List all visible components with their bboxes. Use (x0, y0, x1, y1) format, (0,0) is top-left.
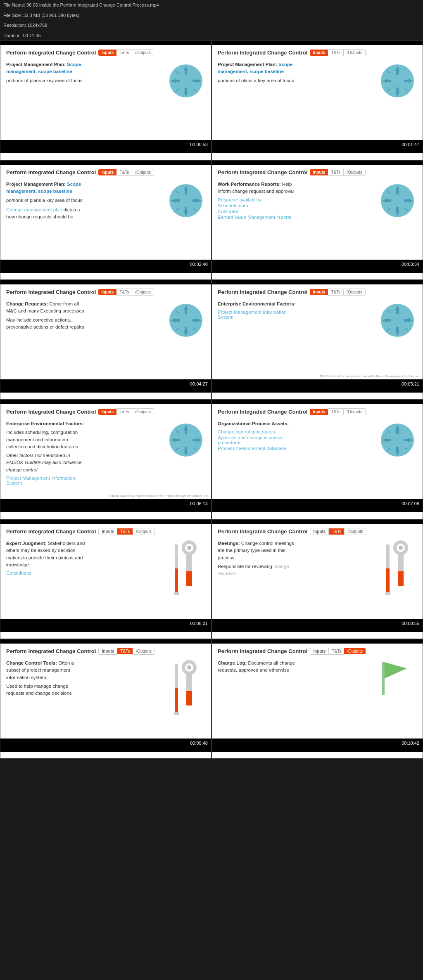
badge-tts: T&Ts (329, 648, 344, 655)
header-bar: Perform Integrated Change Control Inputs… (6, 49, 205, 56)
svg-rect-110 (174, 592, 179, 595)
svg-rect-4 (185, 88, 187, 92)
black-bar-top (0, 520, 211, 524)
badge-inputs: Inputs (98, 528, 117, 535)
main-text: Enterprise Environmental Factors: (6, 420, 87, 427)
svg-point-119 (399, 546, 403, 550)
svg-rect-97 (386, 439, 391, 441)
svg-rect-107 (186, 573, 192, 586)
pmbok-note: PMBOK Guide® is a registered mark of the… (320, 375, 420, 378)
timestamp: 00:10:42 (402, 741, 419, 746)
badge-inputs: Inputs (98, 289, 116, 295)
flag-diagram (378, 660, 419, 701)
black-bar-top (0, 639, 211, 644)
black-bar-top (0, 280, 211, 284)
timestamp-bar: 00:10:42 (212, 739, 423, 748)
badge-inputs: Inputs (310, 50, 328, 56)
black-bar-bottom (212, 269, 423, 273)
tools-diagram (378, 540, 419, 606)
circle-diagram (166, 301, 208, 342)
header-bar: Perform Integrated Change Control Inputs… (6, 408, 205, 415)
main-text: Organizational Process Assets: (218, 420, 298, 427)
black-bar-top (212, 161, 423, 165)
timestamp: 00:06:14 (190, 501, 208, 506)
main-text: Project Management Plan: Scope managemen… (218, 61, 298, 76)
svg-rect-17 (396, 88, 399, 92)
timestamp-bar: 00:01:47 (212, 140, 423, 149)
circle-diagram (378, 181, 419, 223)
circle-diagram (166, 62, 208, 103)
file-info-line2: File Size: 32,3 MB (33 951 390 bytes) (0, 10, 423, 21)
video-cell-9: Perform Integrated Change Control Inputs… (0, 519, 212, 639)
badge-inputs: Inputs (310, 648, 329, 655)
content-area: Perform Integrated Change Control Inputs… (0, 284, 211, 379)
svg-rect-47 (404, 199, 409, 202)
svg-rect-34 (192, 199, 197, 202)
svg-rect-69 (396, 327, 399, 332)
badge-tts: T&Ts (328, 49, 343, 56)
svg-rect-41 (396, 189, 399, 194)
video-cell-10: Perform Integrated Change Control Inputs… (212, 519, 423, 639)
header-bar: Perform Integrated Change Control Inputs… (218, 49, 417, 56)
process-title: Perform Integrated Change Control (6, 648, 96, 654)
video-grid: Perform Integrated Change Control Inputs… (0, 40, 423, 759)
timestamp: 00:00:53 (190, 142, 208, 147)
content-area: Perform Integrated Change Control Inputs… (212, 404, 423, 499)
badge-tts: T&Ts (116, 169, 132, 176)
timestamp: 00:02:40 (190, 262, 208, 267)
list-item: Project Management Information System (218, 309, 298, 320)
header-bar: Perform Integrated Change Control Inputs… (218, 528, 417, 535)
black-bar-top (212, 280, 423, 284)
video-cell-3: Perform Integrated Change Control Inputs… (0, 160, 212, 280)
timestamp: 00:09:48 (190, 741, 208, 746)
timestamp-bar: 00:06:14 (0, 499, 211, 508)
video-cell-2: Perform Integrated Change Control Inputs… (212, 40, 423, 160)
badge-tts: T&Ts (117, 648, 133, 654)
timestamp-bar: 00:08:01 (0, 619, 211, 628)
svg-rect-93 (396, 429, 399, 434)
black-bar-bottom (212, 388, 423, 393)
svg-rect-21 (404, 80, 409, 82)
timestamp-bar: 00:08:55 (212, 619, 423, 628)
main-text: Change Log: Documents all change request… (218, 660, 298, 674)
black-bar-top (0, 400, 211, 404)
badge-tts: T&Ts (116, 289, 132, 296)
svg-rect-126 (174, 712, 179, 715)
badge-inputs: Inputs (310, 409, 328, 415)
timestamp-bar: 00:05:21 (212, 379, 423, 388)
svg-rect-117 (386, 568, 390, 593)
content-area: Perform Integrated Change Control Inputs… (212, 524, 423, 619)
main-text: Project Management Plan: Scope managemen… (6, 181, 87, 195)
video-cell-8: Perform Integrated Change Control Inputs… (212, 400, 423, 519)
video-cell-12: Perform Integrated Change Control Inputs… (212, 639, 423, 759)
header-bar: Perform Integrated Change Control Inputs… (6, 289, 205, 296)
svg-rect-123 (186, 693, 192, 705)
badge-outputs: /Outputs (132, 289, 154, 296)
main-text: Change Control Tools: Often a subset of … (6, 660, 87, 681)
main-text: Work Performance Reports: Help inform ch… (218, 181, 298, 195)
badge-outputs: /Outputs (132, 169, 154, 176)
svg-rect-60 (192, 319, 197, 322)
badge-inputs: Inputs (310, 169, 328, 175)
circle-diagram (166, 421, 208, 462)
file-info-bar: File Name: 06 06 Inside the Perform Inte… (0, 0, 423, 40)
black-bar-top (212, 520, 423, 524)
content-area: Perform Integrated Change Control Inputs… (0, 644, 211, 739)
badge-inputs: Inputs (98, 169, 116, 175)
svg-point-111 (187, 546, 191, 550)
black-bar-bottom (212, 149, 423, 153)
svg-rect-80 (185, 429, 187, 434)
pmbok-note: PMBOK Guide® is a registered mark of the… (109, 495, 209, 497)
svg-rect-54 (185, 309, 187, 314)
svg-point-127 (187, 665, 191, 670)
svg-rect-129 (382, 662, 385, 695)
badge-outputs: /Outputs (344, 648, 366, 654)
badge-outputs: /Outputs (132, 408, 154, 415)
badge-tts: T&Ts (116, 408, 132, 415)
content-area: Perform Integrated Change Control Inputs… (212, 45, 423, 140)
content-area: Perform Integrated Change Control Inputs… (212, 284, 423, 379)
svg-rect-56 (185, 327, 187, 332)
video-cell-5: Perform Integrated Change Control Inputs… (0, 280, 212, 400)
svg-rect-2 (185, 70, 187, 75)
svg-marker-128 (384, 662, 407, 679)
